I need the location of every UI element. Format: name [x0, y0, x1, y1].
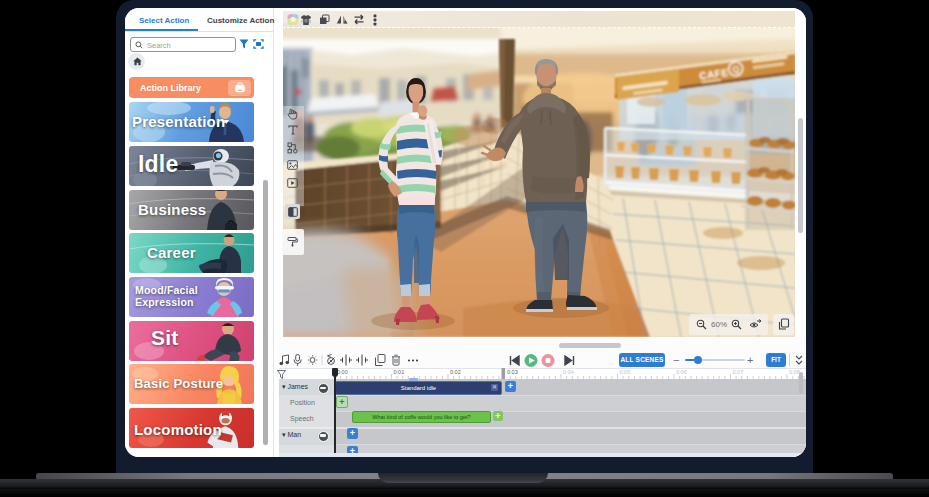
svg-text:0:03: 0:03: [507, 369, 518, 375]
svg-text:0:02: 0:02: [450, 369, 461, 375]
svg-text:0:00: 0:00: [337, 369, 348, 375]
svg-text:0:04: 0:04: [563, 369, 574, 375]
svg-text:0:07: 0:07: [733, 369, 744, 375]
svg-text:0:01: 0:01: [394, 369, 405, 375]
svg-text:0:06: 0:06: [676, 369, 687, 375]
svg-text:0:05: 0:05: [620, 369, 631, 375]
svg-text:Q: Q: [732, 64, 740, 75]
